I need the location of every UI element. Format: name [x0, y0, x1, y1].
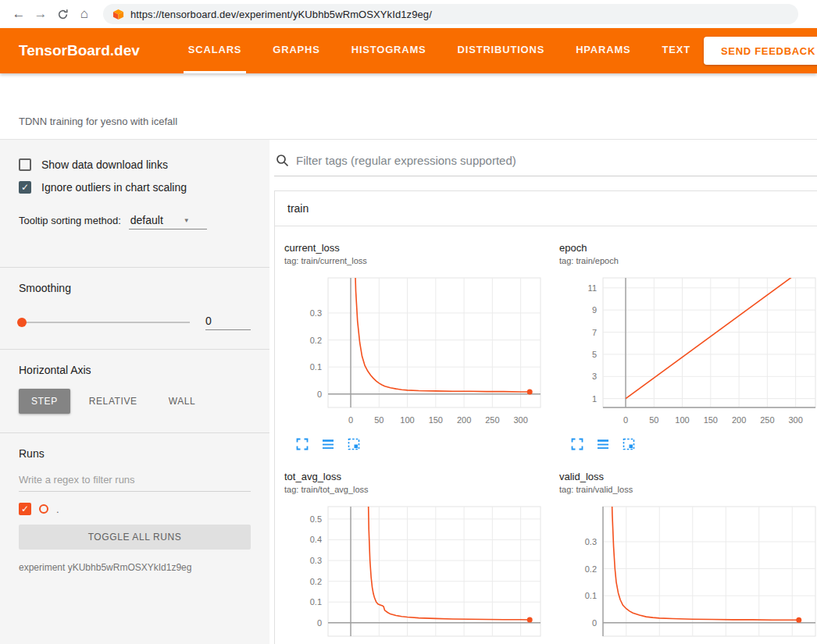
- svg-text:250: 250: [760, 415, 774, 425]
- chart-title: tot_avg_loss: [284, 471, 550, 482]
- tab-distributions[interactable]: DISTRIBUTIONS: [453, 28, 550, 73]
- fit-domain-icon[interactable]: [348, 438, 360, 450]
- forward-icon[interactable]: →: [30, 3, 52, 25]
- checkbox-label: Show data download links: [41, 158, 168, 171]
- svg-text:0.4: 0.4: [310, 535, 322, 544]
- tooltip-sorting-select[interactable]: default ▼: [129, 214, 207, 229]
- address-bar[interactable]: https://tensorboard.dev/experiment/yKUbh…: [103, 4, 798, 24]
- svg-text:250: 250: [485, 415, 499, 425]
- svg-text:0: 0: [317, 618, 322, 628]
- tensorboard-favicon: [112, 9, 124, 20]
- chart-data-icon[interactable]: [322, 438, 334, 450]
- tab-scalars[interactable]: SCALARS: [184, 28, 246, 73]
- svg-text:150: 150: [429, 415, 443, 425]
- checkbox-label: Ignore outliers in chart scaling: [41, 181, 187, 194]
- svg-text:0.1: 0.1: [310, 597, 322, 607]
- chart-plot-area[interactable]: 5010015020025030000.10.20.3: [559, 502, 817, 644]
- charts-grid: current_losstag: train/current_loss05010…: [275, 226, 817, 644]
- axis-step-button[interactable]: STEP: [19, 389, 70, 414]
- svg-text:100: 100: [400, 415, 414, 425]
- url-text: https://tensorboard.dev/experiment/yKUbh…: [130, 9, 432, 20]
- svg-text:50: 50: [649, 415, 658, 425]
- main-nav: SCALARS GRAPHS HISTOGRAMS DISTRIBUTIONS …: [184, 28, 717, 73]
- main-content: train current_losstag: train/current_los…: [269, 140, 817, 644]
- chart-plot-area[interactable]: 0501001502002503001357911: [559, 273, 817, 429]
- svg-text:0: 0: [348, 415, 353, 425]
- expand-chart-icon[interactable]: [296, 438, 309, 450]
- svg-text:1: 1: [592, 394, 597, 404]
- tag-group-header[interactable]: train: [275, 191, 817, 226]
- svg-text:50: 50: [374, 415, 384, 425]
- chart-plot-area[interactable]: 05010015020025030000.10.20.30.40.5: [284, 502, 550, 644]
- svg-text:11: 11: [588, 283, 597, 293]
- svg-text:0.5: 0.5: [310, 514, 322, 524]
- send-feedback-button[interactable]: SEND FEEDBACK: [704, 37, 817, 65]
- chart-title: valid_loss: [559, 471, 817, 482]
- svg-text:100: 100: [675, 415, 689, 425]
- screen: ← → ⌂ https://tensorboard.dev/experiment…: [0, 0, 817, 644]
- run-name: .: [56, 503, 59, 515]
- chevron-down-icon: ▼: [184, 217, 190, 224]
- svg-text:9: 9: [592, 305, 597, 315]
- svg-text:7: 7: [592, 328, 597, 337]
- svg-text:300: 300: [513, 415, 527, 425]
- run-checkbox-checked-icon[interactable]: ✓: [19, 503, 31, 515]
- svg-text:0: 0: [592, 618, 597, 628]
- experiment-title: TDNN training for yesno with icefall: [19, 116, 177, 127]
- svg-text:5: 5: [592, 350, 597, 359]
- run-row[interactable]: ✓ .: [19, 503, 251, 515]
- reload-icon[interactable]: [52, 3, 73, 25]
- ignore-outliers-checkbox[interactable]: ✓ Ignore outliers in chart scaling: [19, 181, 251, 194]
- axis-wall-button[interactable]: WALL: [156, 389, 209, 414]
- chart-card-current_loss: current_losstag: train/current_loss05010…: [275, 229, 550, 458]
- runs-section: Runs ✓ . TOGGLE ALL RUNS experiment yKUb…: [19, 433, 251, 592]
- tab-graphs[interactable]: GRAPHS: [268, 28, 324, 73]
- svg-text:0.1: 0.1: [585, 591, 597, 600]
- svg-text:0.2: 0.2: [310, 336, 322, 345]
- smoothing-slider[interactable]: [19, 322, 190, 323]
- svg-text:3: 3: [592, 372, 597, 381]
- tab-text[interactable]: TEXT: [657, 28, 694, 73]
- home-icon[interactable]: ⌂: [73, 3, 95, 25]
- tooltip-sorting-row: Tooltip sorting method: default ▼: [19, 214, 251, 229]
- tab-hparams[interactable]: HPARAMS: [571, 28, 635, 73]
- svg-text:0.2: 0.2: [585, 564, 597, 574]
- svg-text:0: 0: [623, 415, 628, 425]
- tag-group-title: train: [287, 202, 309, 215]
- chart-data-icon[interactable]: [597, 438, 609, 450]
- horizontal-axis-section: Horizontal Axis STEP RELATIVE WALL: [19, 350, 251, 432]
- back-icon[interactable]: ←: [8, 3, 30, 25]
- chart-toolbar: [571, 438, 817, 450]
- smoothing-label: Smoothing: [19, 282, 251, 294]
- svg-text:0: 0: [317, 390, 322, 399]
- svg-text:150: 150: [704, 415, 718, 425]
- tab-histograms[interactable]: HISTOGRAMS: [347, 28, 431, 73]
- experiment-caption: experiment yKUbhb5wRmOSXYkId1z9eg: [19, 562, 251, 573]
- fit-domain-icon[interactable]: [623, 438, 635, 450]
- checkbox-unchecked-icon: [19, 158, 31, 171]
- smoothing-value[interactable]: 0: [205, 315, 251, 330]
- brand-title: TensorBoard.dev: [19, 42, 140, 59]
- expand-chart-icon[interactable]: [571, 438, 583, 450]
- toggle-all-runs-button[interactable]: TOGGLE ALL RUNS: [19, 525, 251, 550]
- chart-tag: tag: train/tot_avg_loss: [284, 485, 550, 494]
- axis-button-group: STEP RELATIVE WALL: [19, 389, 251, 414]
- show-download-links-checkbox[interactable]: Show data download links: [19, 158, 251, 171]
- tooltip-sorting-value: default: [130, 214, 163, 226]
- chart-card-tot_avg_loss: tot_avg_losstag: train/tot_avg_loss05010…: [275, 458, 550, 644]
- chart-tag: tag: train/valid_loss: [559, 485, 817, 494]
- runs-filter-input[interactable]: [19, 469, 251, 492]
- svg-text:0.3: 0.3: [310, 308, 322, 318]
- filter-tags-input[interactable]: [296, 154, 817, 167]
- chart-title: current_loss: [284, 242, 550, 254]
- axis-relative-button[interactable]: RELATIVE: [77, 389, 150, 414]
- tag-group-train: train current_losstag: train/current_los…: [274, 190, 817, 644]
- svg-text:200: 200: [457, 415, 471, 425]
- slider-thumb[interactable]: [17, 318, 27, 327]
- svg-text:300: 300: [788, 415, 802, 425]
- chart-plot-area[interactable]: 05010015020025030000.10.20.3: [284, 273, 550, 429]
- svg-text:0.3: 0.3: [585, 537, 597, 546]
- content-row: Show data download links ✓ Ignore outlie…: [0, 139, 817, 644]
- subheader: TDNN training for yesno with icefall: [0, 73, 817, 139]
- chart-tag: tag: train/current_loss: [284, 256, 550, 265]
